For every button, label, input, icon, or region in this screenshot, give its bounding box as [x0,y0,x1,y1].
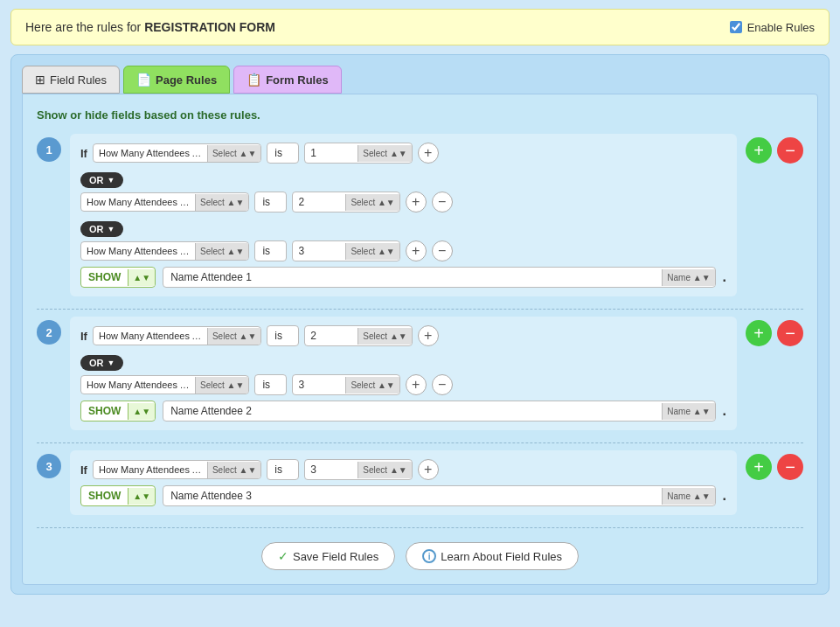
value-chevron-2-2[interactable]: Select ▲▼ [345,377,399,394]
add-condition-btn-2-2[interactable]: + [406,374,427,395]
enable-rules-checkbox[interactable] [730,21,742,33]
value-select-1-2[interactable]: 2 Select ▲▼ [292,192,399,212]
or-arrow-icon-2-1: ▼ [108,359,115,367]
value-select-3-1[interactable]: 3 Select ▲▼ [304,459,412,480]
tab-form-rules[interactable]: 📋 Form Rules [233,66,342,94]
remove-rule-btn-2[interactable]: − [777,320,803,346]
show-row-2: SHOW ▲▼ Name Attendee 2 Name ▲▼ . [80,401,726,421]
field-name-select-1[interactable]: Name Attendee 1 Name ▲▼ [163,267,715,288]
field-name-chevron-2[interactable]: Name ▲▼ [662,403,714,420]
tab-form-rules-label: Form Rules [266,73,329,87]
operator-select-3-1[interactable]: is [267,459,299,480]
add-rule-btn-1[interactable]: + [746,137,772,164]
show-select-chevron-1[interactable]: ▲▼ [128,269,155,286]
rule-actions-3: + − [746,454,803,480]
enable-rules-label[interactable]: Enable Rules [730,21,815,34]
field-select-text-1-3: How Many Attendees Are [81,242,195,260]
rule-actions-2: + − [746,320,803,346]
field-select-2-1[interactable]: How Many Attendees Are Select ▲▼ [93,326,261,345]
field-select-1-2[interactable]: How Many Attendees Are Select ▲▼ [80,192,249,212]
add-rule-btn-2[interactable]: + [746,320,772,346]
field-select-chevron-2-1[interactable]: Select ▲▼ [207,328,260,345]
period-3: . [723,488,726,504]
remove-condition-btn-1-3[interactable]: − [432,240,453,261]
value-chevron-1-3[interactable]: Select ▲▼ [345,243,399,260]
condition-row-1-2: How Many Attendees Are Select ▲▼ is 2 Se… [80,192,726,212]
learn-about-field-rules-button[interactable]: i Learn About Field Rules [406,542,579,570]
show-select-2[interactable]: SHOW ▲▼ [80,401,156,421]
add-condition-btn-3-1[interactable]: + [418,459,439,480]
value-select-1-1[interactable]: 1 Select ▲▼ [304,143,412,164]
field-rules-icon: ⊞ [35,73,45,87]
remove-condition-btn-1-2[interactable]: − [432,192,453,212]
tab-field-rules[interactable]: ⊞ Field Rules [22,66,120,94]
condition-row-3-1: If How Many Attendees Are Select ▲▼ is 3… [80,459,726,480]
field-select-chevron-3-1[interactable]: Select ▲▼ [207,462,260,478]
field-select-chevron-1-2[interactable]: Select ▲▼ [195,194,248,211]
value-text-1-2: 2 [293,192,345,212]
or-badge-1-2[interactable]: OR ▼ [80,218,726,240]
operator-select-1-1[interactable]: is [267,143,299,164]
if-label-3-1: If [80,463,87,477]
value-text-2-2: 3 [293,375,345,394]
or-badge-2-1[interactable]: OR ▼ [80,352,726,374]
field-name-select-2[interactable]: Name Attendee 2 Name ▲▼ [163,401,715,421]
show-row-3: SHOW ▲▼ Name Attendee 3 Name ▲▼ . [80,485,726,506]
value-select-2-2[interactable]: 3 Select ▲▼ [292,374,399,395]
rule-actions-1: + − [746,137,803,164]
or-badge-1-1[interactable]: OR ▼ [80,169,726,192]
field-select-chevron-2-2[interactable]: Select ▲▼ [195,377,248,394]
tab-page-rules[interactable]: 📄 Page Rules [123,66,230,94]
add-condition-btn-1-2[interactable]: + [406,192,427,212]
value-chevron-2-1[interactable]: Select ▲▼ [358,328,411,345]
show-select-chevron-3[interactable]: ▲▼ [128,488,155,505]
operator-select-1-2[interactable]: is [254,192,287,212]
learn-label: Learn About Field Rules [441,550,562,563]
field-name-text-1: Name Attendee 1 [163,268,662,287]
field-select-chevron-1-3[interactable]: Select ▲▼ [195,243,248,260]
show-select-chevron-2[interactable]: ▲▼ [128,403,155,420]
field-name-chevron-1[interactable]: Name ▲▼ [662,269,714,286]
value-chevron-3-1[interactable]: Select ▲▼ [358,462,411,478]
add-condition-btn-1-3[interactable]: + [406,240,427,261]
show-row-1: SHOW ▲▼ Name Attendee 1 Name ▲▼ . [80,267,726,288]
field-select-3-1[interactable]: How Many Attendees Are Select ▲▼ [93,460,261,479]
rule-content-2: If How Many Attendees Are Select ▲▼ is 2… [70,317,737,430]
add-condition-btn-2-1[interactable]: + [418,325,439,346]
show-select-text-3: SHOW [81,486,128,505]
subtitle: Show or hide fields based on these rules… [37,108,803,122]
tab-field-rules-label: Field Rules [50,73,107,87]
condition-row-1-1: If How Many Attendees Are Select ▲▼ is 1… [80,143,726,164]
value-select-2-1[interactable]: 2 Select ▲▼ [304,325,412,346]
condition-row-2-1: If How Many Attendees Are Select ▲▼ is 2… [80,325,726,346]
show-select-3[interactable]: SHOW ▲▼ [80,485,156,506]
field-select-chevron-1-1[interactable]: Select ▲▼ [207,145,260,162]
add-rule-btn-3[interactable]: + [746,454,772,480]
field-select-2-2[interactable]: How Many Attendees Are Select ▲▼ [80,375,249,394]
save-field-rules-button[interactable]: ✓ Save Field Rules [261,542,395,570]
field-select-text-2-2: How Many Attendees Are [81,376,195,394]
form-name: REGISTRATION FORM [144,20,275,34]
operator-select-1-3[interactable]: is [254,240,287,261]
field-name-text-3: Name Attendee 3 [163,486,662,505]
field-select-text-2-1: How Many Attendees Are [94,327,207,345]
field-select-text-1-2: How Many Attendees Are [81,193,195,211]
remove-rule-btn-3[interactable]: − [777,454,803,480]
show-select-1[interactable]: SHOW ▲▼ [80,267,156,288]
value-chevron-1-1[interactable]: Select ▲▼ [358,145,411,162]
field-select-1-3[interactable]: How Many Attendees Are Select ▲▼ [80,241,249,261]
main-container: ⊞ Field Rules 📄 Page Rules 📋 Form Rules … [10,54,830,595]
footer: ✓ Save Field Rules i Learn About Field R… [37,537,803,570]
value-chevron-1-2[interactable]: Select ▲▼ [345,194,399,211]
add-condition-btn-1-1[interactable]: + [418,143,439,164]
show-select-text-1: SHOW [81,268,128,287]
field-select-1-1[interactable]: How Many Attendees Are Select ▲▼ [93,143,261,163]
remove-condition-btn-2-2[interactable]: − [432,374,453,395]
remove-rule-btn-1[interactable]: − [777,137,803,164]
operator-select-2-2[interactable]: is [254,374,287,395]
condition-row-1-3: How Many Attendees Are Select ▲▼ is 3 Se… [80,240,726,261]
value-select-1-3[interactable]: 3 Select ▲▼ [292,240,399,261]
field-name-select-3[interactable]: Name Attendee 3 Name ▲▼ [163,485,715,506]
operator-select-2-1[interactable]: is [267,325,299,346]
field-name-chevron-3[interactable]: Name ▲▼ [662,488,714,505]
